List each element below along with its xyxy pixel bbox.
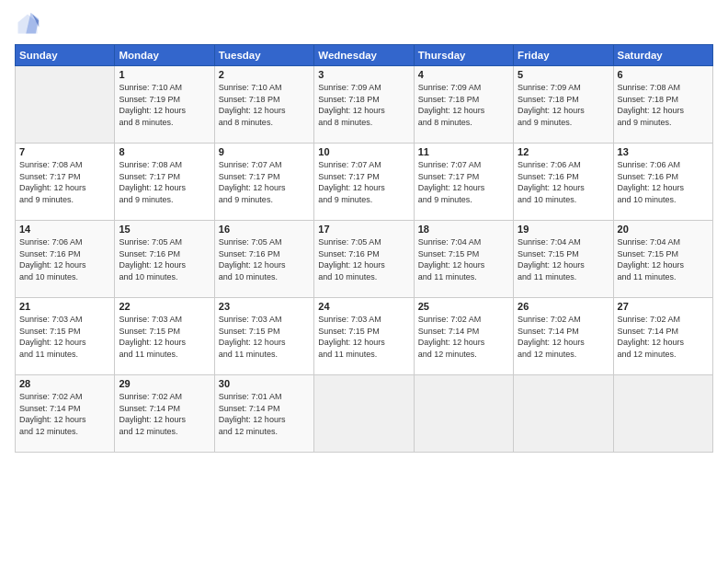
calendar-cell: 23Sunrise: 7:03 AM Sunset: 7:15 PM Dayli… xyxy=(214,298,313,375)
day-number: 7 xyxy=(19,146,110,157)
weekday-header-thursday: Thursday xyxy=(414,45,513,66)
day-info: Sunrise: 7:02 AM Sunset: 7:14 PM Dayligh… xyxy=(119,391,210,437)
day-info: Sunrise: 7:02 AM Sunset: 7:14 PM Dayligh… xyxy=(518,314,609,360)
logo xyxy=(15,11,44,37)
day-number: 1 xyxy=(119,69,210,80)
day-info: Sunrise: 7:08 AM Sunset: 7:18 PM Dayligh… xyxy=(618,82,709,128)
calendar-cell: 2Sunrise: 7:10 AM Sunset: 7:18 PM Daylig… xyxy=(214,66,313,144)
calendar-cell: 6Sunrise: 7:08 AM Sunset: 7:18 PM Daylig… xyxy=(613,66,712,144)
day-number: 3 xyxy=(318,69,409,80)
calendar-cell: 22Sunrise: 7:03 AM Sunset: 7:15 PM Dayli… xyxy=(115,298,214,375)
day-number: 2 xyxy=(219,69,310,80)
day-number: 23 xyxy=(219,301,310,312)
day-number: 12 xyxy=(518,146,609,157)
day-info: Sunrise: 7:04 AM Sunset: 7:15 PM Dayligh… xyxy=(618,236,709,282)
calendar-cell: 17Sunrise: 7:05 AM Sunset: 7:16 PM Dayli… xyxy=(314,221,414,298)
calendar-cell: 5Sunrise: 7:09 AM Sunset: 7:18 PM Daylig… xyxy=(514,66,613,144)
calendar-cell: 12Sunrise: 7:06 AM Sunset: 7:16 PM Dayli… xyxy=(514,144,613,221)
day-info: Sunrise: 7:09 AM Sunset: 7:18 PM Dayligh… xyxy=(318,82,409,128)
calendar-cell: 3Sunrise: 7:09 AM Sunset: 7:18 PM Daylig… xyxy=(314,66,414,144)
calendar-cell: 8Sunrise: 7:08 AM Sunset: 7:17 PM Daylig… xyxy=(115,144,214,221)
day-number: 28 xyxy=(19,378,110,389)
calendar-cell: 10Sunrise: 7:07 AM Sunset: 7:17 PM Dayli… xyxy=(314,144,414,221)
weekday-header-tuesday: Tuesday xyxy=(214,45,313,66)
day-info: Sunrise: 7:02 AM Sunset: 7:14 PM Dayligh… xyxy=(418,314,509,360)
day-number: 6 xyxy=(618,69,709,80)
day-number: 20 xyxy=(618,224,709,235)
day-number: 4 xyxy=(418,69,509,80)
day-info: Sunrise: 7:08 AM Sunset: 7:17 PM Dayligh… xyxy=(19,159,110,205)
day-number: 8 xyxy=(119,146,210,157)
day-number: 11 xyxy=(418,146,509,157)
weekday-header-wednesday: Wednesday xyxy=(314,45,414,66)
day-number: 18 xyxy=(418,224,509,235)
day-info: Sunrise: 7:10 AM Sunset: 7:18 PM Dayligh… xyxy=(219,82,310,128)
calendar-cell: 16Sunrise: 7:05 AM Sunset: 7:16 PM Dayli… xyxy=(214,221,313,298)
day-info: Sunrise: 7:03 AM Sunset: 7:15 PM Dayligh… xyxy=(219,314,310,360)
weekday-header-monday: Monday xyxy=(115,45,214,66)
calendar-cell: 15Sunrise: 7:05 AM Sunset: 7:16 PM Dayli… xyxy=(115,221,214,298)
day-info: Sunrise: 7:07 AM Sunset: 7:17 PM Dayligh… xyxy=(318,159,409,205)
day-info: Sunrise: 7:06 AM Sunset: 7:16 PM Dayligh… xyxy=(19,236,110,282)
day-number: 15 xyxy=(119,224,210,235)
week-row-2: 7Sunrise: 7:08 AM Sunset: 7:17 PM Daylig… xyxy=(16,144,713,221)
day-info: Sunrise: 7:04 AM Sunset: 7:15 PM Dayligh… xyxy=(518,236,609,282)
page: SundayMondayTuesdayWednesdayThursdayFrid… xyxy=(0,0,728,563)
day-number: 10 xyxy=(318,146,409,157)
day-info: Sunrise: 7:02 AM Sunset: 7:14 PM Dayligh… xyxy=(618,314,709,360)
calendar-cell: 13Sunrise: 7:06 AM Sunset: 7:16 PM Dayli… xyxy=(613,144,712,221)
day-number: 5 xyxy=(518,69,609,80)
weekday-header-saturday: Saturday xyxy=(613,45,712,66)
calendar-cell: 20Sunrise: 7:04 AM Sunset: 7:15 PM Dayli… xyxy=(613,221,712,298)
day-info: Sunrise: 7:03 AM Sunset: 7:15 PM Dayligh… xyxy=(318,314,409,360)
calendar-cell: 25Sunrise: 7:02 AM Sunset: 7:14 PM Dayli… xyxy=(414,298,513,375)
day-number: 25 xyxy=(418,301,509,312)
day-info: Sunrise: 7:05 AM Sunset: 7:16 PM Dayligh… xyxy=(219,236,310,282)
weekday-header-sunday: Sunday xyxy=(16,45,115,66)
day-info: Sunrise: 7:06 AM Sunset: 7:16 PM Dayligh… xyxy=(618,159,709,205)
calendar-cell xyxy=(613,375,712,453)
calendar-cell: 26Sunrise: 7:02 AM Sunset: 7:14 PM Dayli… xyxy=(514,298,613,375)
day-number: 19 xyxy=(518,224,609,235)
day-number: 24 xyxy=(318,301,409,312)
day-info: Sunrise: 7:03 AM Sunset: 7:15 PM Dayligh… xyxy=(19,314,110,360)
week-row-3: 14Sunrise: 7:06 AM Sunset: 7:16 PM Dayli… xyxy=(16,221,713,298)
calendar-cell: 30Sunrise: 7:01 AM Sunset: 7:14 PM Dayli… xyxy=(214,375,313,453)
calendar-cell xyxy=(16,66,115,144)
week-row-1: 1Sunrise: 7:10 AM Sunset: 7:19 PM Daylig… xyxy=(16,66,713,144)
day-number: 17 xyxy=(318,224,409,235)
calendar-cell: 11Sunrise: 7:07 AM Sunset: 7:17 PM Dayli… xyxy=(414,144,513,221)
calendar-cell xyxy=(414,375,513,453)
day-number: 27 xyxy=(618,301,709,312)
day-info: Sunrise: 7:02 AM Sunset: 7:14 PM Dayligh… xyxy=(19,391,110,437)
calendar-cell: 14Sunrise: 7:06 AM Sunset: 7:16 PM Dayli… xyxy=(16,221,115,298)
week-row-5: 28Sunrise: 7:02 AM Sunset: 7:14 PM Dayli… xyxy=(16,375,713,453)
day-info: Sunrise: 7:01 AM Sunset: 7:14 PM Dayligh… xyxy=(219,391,310,437)
weekday-header-friday: Friday xyxy=(514,45,613,66)
day-info: Sunrise: 7:04 AM Sunset: 7:15 PM Dayligh… xyxy=(418,236,509,282)
day-number: 14 xyxy=(19,224,110,235)
calendar-cell: 9Sunrise: 7:07 AM Sunset: 7:17 PM Daylig… xyxy=(214,144,313,221)
day-info: Sunrise: 7:03 AM Sunset: 7:15 PM Dayligh… xyxy=(119,314,210,360)
calendar-cell: 18Sunrise: 7:04 AM Sunset: 7:15 PM Dayli… xyxy=(414,221,513,298)
logo-icon xyxy=(15,11,40,37)
header xyxy=(15,11,713,37)
calendar-cell: 21Sunrise: 7:03 AM Sunset: 7:15 PM Dayli… xyxy=(16,298,115,375)
calendar-cell: 7Sunrise: 7:08 AM Sunset: 7:17 PM Daylig… xyxy=(16,144,115,221)
week-row-4: 21Sunrise: 7:03 AM Sunset: 7:15 PM Dayli… xyxy=(16,298,713,375)
day-info: Sunrise: 7:09 AM Sunset: 7:18 PM Dayligh… xyxy=(418,82,509,128)
calendar-cell xyxy=(514,375,613,453)
calendar-cell: 29Sunrise: 7:02 AM Sunset: 7:14 PM Dayli… xyxy=(115,375,214,453)
calendar-cell: 19Sunrise: 7:04 AM Sunset: 7:15 PM Dayli… xyxy=(514,221,613,298)
weekday-header-row: SundayMondayTuesdayWednesdayThursdayFrid… xyxy=(16,45,713,66)
day-info: Sunrise: 7:10 AM Sunset: 7:19 PM Dayligh… xyxy=(119,82,210,128)
day-number: 29 xyxy=(119,378,210,389)
day-info: Sunrise: 7:05 AM Sunset: 7:16 PM Dayligh… xyxy=(119,236,210,282)
day-number: 21 xyxy=(19,301,110,312)
day-number: 22 xyxy=(119,301,210,312)
day-number: 13 xyxy=(618,146,709,157)
calendar-cell: 4Sunrise: 7:09 AM Sunset: 7:18 PM Daylig… xyxy=(414,66,513,144)
day-info: Sunrise: 7:08 AM Sunset: 7:17 PM Dayligh… xyxy=(119,159,210,205)
day-info: Sunrise: 7:05 AM Sunset: 7:16 PM Dayligh… xyxy=(318,236,409,282)
calendar-cell xyxy=(314,375,414,453)
